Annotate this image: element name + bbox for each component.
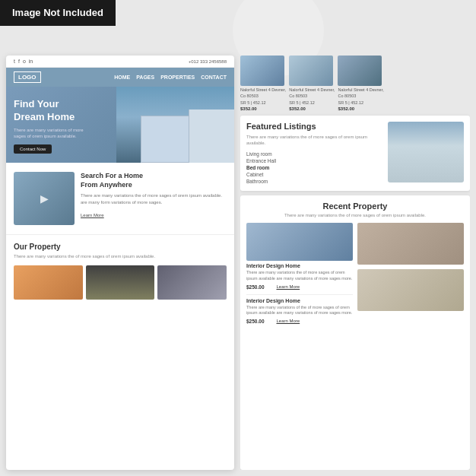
- facebook-icon[interactable]: f: [18, 59, 20, 64]
- recent-property-title: Recent Property: [246, 202, 464, 211]
- recent-property-item-2: Interior Design Home There are many vari…: [246, 298, 353, 324]
- amenity-cabinet: Cabinet: [246, 171, 383, 178]
- search-title: Search For a HomeFrom Anywhere: [81, 172, 227, 189]
- property-thumb-2[interactable]: [86, 265, 155, 300]
- left-panel: t f o in +012 333 2456588 LOGO HOME PAGE…: [6, 56, 234, 470]
- recent-property-image-3: [357, 269, 464, 311]
- listing-price-2: $352.00: [289, 106, 335, 111]
- recent-property-title-1: Interior Design Home: [246, 263, 353, 268]
- featured-title: Featured Listings: [246, 122, 383, 131]
- listing-address-1: Nalorful Street 4 Devner,Co 80503: [240, 87, 286, 99]
- listing-price-1: $352.00: [240, 106, 286, 111]
- amenity-entrance-hall: Entrance Hall: [246, 157, 383, 164]
- nav-home[interactable]: HOME: [114, 75, 130, 80]
- recent-property-price-1: $250.00: [246, 284, 265, 290]
- nav-logo[interactable]: LOGO: [14, 71, 41, 83]
- search-description: There are many variations the of more sa…: [81, 192, 227, 206]
- hero-section: Find YourDream Home There are many varia…: [6, 87, 234, 163]
- amenity-living-room: Living room: [246, 151, 383, 157]
- recent-property-price-2: $250.00: [246, 319, 265, 324]
- listing-thumb-1[interactable]: [240, 56, 284, 86]
- featured-amenities-list: Living room Entrance Hall Bed room Cabin…: [246, 151, 383, 185]
- featured-description: There are many variations the of more sa…: [246, 134, 383, 147]
- nav-properties[interactable]: PROPERTIES: [160, 75, 195, 80]
- search-house-image: [14, 172, 75, 225]
- recent-property-image-2: [357, 223, 464, 265]
- our-property-description: There are many variations the of more sa…: [14, 253, 227, 259]
- featured-listings-section: Featured Listings There are many variati…: [240, 116, 470, 191]
- featured-house-image: [388, 122, 464, 182]
- our-property-section: Our Property There are many variations t…: [6, 235, 234, 307]
- recent-property-image-1[interactable]: [246, 223, 353, 261]
- amenity-bed-room: Bed room: [246, 164, 383, 171]
- linkedin-icon[interactable]: in: [29, 59, 33, 64]
- listing-address-2: Nalorful Street 4 Devner,Co 80503: [289, 87, 335, 99]
- listing-thumb-3[interactable]: [338, 56, 382, 86]
- recent-property-section: Recent Property There are many variation…: [240, 195, 470, 470]
- navigation: LOGO HOME PAGES PROPERTIES CONTACT: [6, 68, 234, 87]
- right-panel: Nalorful Street 4 Devner,Co 80503 SR 5 |…: [240, 56, 470, 470]
- recent-property-desc-1: There are many variations the of more sa…: [246, 270, 353, 281]
- recent-property-link-2[interactable]: Learn More: [277, 319, 300, 323]
- phone-number: +012 333 2456588: [189, 59, 227, 64]
- hero-house-image: [116, 87, 234, 163]
- recent-property-title-2: Interior Design Home: [246, 298, 353, 303]
- hero-title: Find YourDream Home: [14, 98, 90, 124]
- listing-item-2: Nalorful Street 4 Devner,Co 80503 SR 5 |…: [289, 56, 335, 111]
- property-thumb-1[interactable]: [14, 265, 83, 300]
- recent-property-desc-2: There are many variations of the of more…: [246, 305, 353, 316]
- hero-description: There are many variations of more sages …: [14, 127, 90, 140]
- google-icon[interactable]: o: [23, 59, 26, 64]
- listing-thumb-2[interactable]: [289, 56, 333, 86]
- contact-now-button[interactable]: Contact Now: [14, 144, 52, 154]
- nav-contact[interactable]: CONTACT: [201, 75, 227, 80]
- listing-item-1: Nalorful Street 4 Devner,Co 80503 SR 5 |…: [240, 56, 286, 111]
- amenity-bathroom: Bathroom: [246, 178, 383, 185]
- property-grid: [14, 265, 227, 300]
- our-property-title: Our Property: [14, 243, 227, 251]
- listing-address-3: Nalorful Street 4 Devner,Co 80503: [338, 87, 383, 99]
- twitter-icon[interactable]: t: [14, 59, 15, 64]
- search-section: Search For a HomeFrom Anywhere There are…: [6, 163, 234, 235]
- nav-pages[interactable]: PAGES: [136, 75, 154, 80]
- image-not-included-banner: Image Not Included: [0, 0, 116, 26]
- listing-item-3: Nalorful Street 4 Devner,Co 80503 SR 5 |…: [338, 56, 383, 111]
- listing-price-3: $352.00: [338, 106, 383, 111]
- search-learn-more-link[interactable]: Learn More: [81, 213, 104, 217]
- recent-property-link-1[interactable]: Learn More: [277, 284, 300, 289]
- recent-property-description: There are many variations the of more sa…: [246, 212, 464, 218]
- recent-property-item-1: Interior Design Home There are many vari…: [246, 223, 353, 289]
- top-listings: Nalorful Street 4 Devner,Co 80503 SR 5 |…: [240, 56, 470, 111]
- social-bar: t f o in +012 333 2456588: [6, 56, 234, 68]
- property-thumb-3[interactable]: [157, 265, 227, 300]
